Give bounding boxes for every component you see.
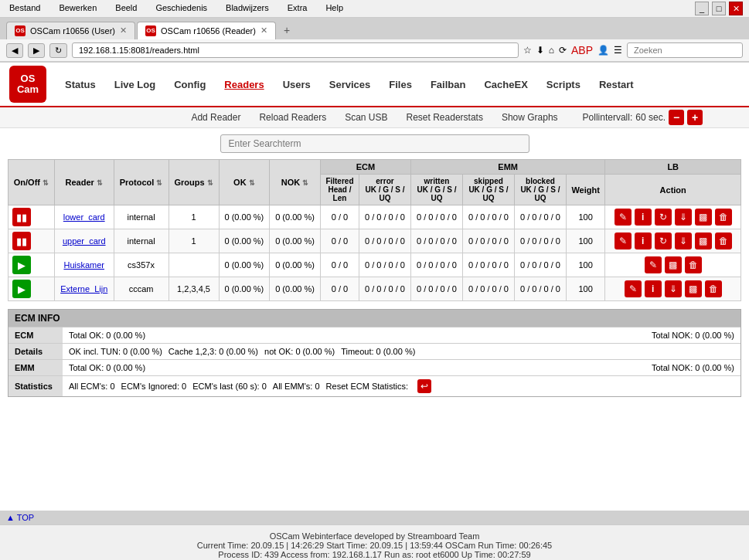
edit-button[interactable]: ✎ [615,232,632,249]
reader-weight: 100 [566,205,604,229]
bookmark-icon[interactable]: ☆ [523,45,532,56]
reset-ecm-stats-button[interactable]: ↩ [417,379,431,393]
details-timeout: Timeout: 0 (0.00 %) [341,347,415,356]
th-ok[interactable]: OK ⇅ [219,160,270,205]
subnav-reset-readerstats[interactable]: Reset Readerstats [402,110,488,124]
reader-name[interactable]: Externe_Lijn [54,277,114,301]
play-button[interactable]: ▶ [12,256,31,274]
delete-button[interactable]: 🗑 [715,232,732,249]
edit-button[interactable]: ✎ [625,280,642,297]
maximize-button[interactable]: □ [712,2,726,15]
back-button[interactable]: ◀ [6,43,23,58]
adblock-icon[interactable]: ABP [571,44,593,56]
stats-all-emm: All EMM's: 0 [273,382,320,391]
poll-value: 60 sec. [635,112,666,123]
runtime-value: 00:26:45 [519,541,552,550]
info-button[interactable]: i [645,280,662,297]
delete-button[interactable]: 🗑 [685,256,702,273]
th-onoff[interactable]: On/Off ⇅ [9,160,55,205]
reader-name[interactable]: upper_card [54,229,114,253]
nav-restart[interactable]: Restart [590,73,643,97]
th-filtered: FilteredHead /Len [320,175,359,205]
graph-button[interactable]: ▩ [665,256,682,273]
tab-reader[interactable]: OS OSCam r10656 (Reader) ✕ [137,22,276,39]
reader-name[interactable]: lower_card [54,205,114,229]
nav-config[interactable]: Config [165,73,215,97]
download-button[interactable]: ⇓ [675,209,692,226]
subnav-show-graphs[interactable]: Show Graphs [497,110,563,124]
nav-services[interactable]: Services [320,73,380,97]
nav-failban[interactable]: Failban [421,73,475,97]
info-button[interactable]: i [635,209,652,226]
menu-bestand[interactable]: Bestand [6,2,43,15]
download-button[interactable]: ⇓ [665,280,682,297]
top-link[interactable]: ▲ TOP [6,513,34,522]
nav-users[interactable]: Users [274,73,320,97]
details-row: Details OK incl. TUN: 0 (0.00 %) Cache 1… [9,343,740,359]
download-button[interactable]: ⇓ [675,232,692,249]
forward-button[interactable]: ▶ [28,43,45,58]
home-icon[interactable]: ⌂ [549,45,554,56]
menu-bladwijzers[interactable]: Bladwijzers [223,2,272,15]
search-term-input[interactable] [220,134,529,153]
access-ip-value: 192.168.1.17 [332,550,382,559]
user-icon[interactable]: 👤 [597,45,609,56]
nav-readers[interactable]: Readers [215,73,273,97]
edit-button[interactable]: ✎ [615,209,632,226]
menu-beeld[interactable]: Beeld [112,2,140,15]
search-input[interactable] [627,42,743,58]
reader-filtered: 0 / 0 [320,205,359,229]
poll-plus-button[interactable]: + [687,110,703,125]
download-nav-icon[interactable]: ⬇ [536,45,544,56]
menu-extra[interactable]: Extra [284,2,311,15]
reader-weight: 100 [566,277,604,301]
reader-weight: 100 [566,229,604,253]
info-button[interactable]: i [635,232,652,249]
details-cache: Cache 1,2,3: 0 (0.00 %) [169,347,258,356]
emm-content: Total OK: 0 (0.00 %) Total NOK: 0 (0.00 … [63,360,740,375]
table-row: ▮▮lower_cardinternal10 (0.00 %)0 (0.00 %… [9,205,741,229]
th-nok[interactable]: NOK ⇅ [270,160,321,205]
graph-button[interactable]: ▩ [695,232,712,249]
new-tab-button[interactable]: + [277,21,296,39]
poll-minus-button[interactable]: − [669,110,684,125]
stop-button[interactable]: ▮▮ [12,208,31,226]
nav-status[interactable]: Status [56,73,105,97]
reload-button[interactable]: ↻ [655,209,672,226]
stop-button[interactable]: ▮▮ [12,232,31,250]
sync-icon[interactable]: ⟳ [559,45,567,56]
subnav-scan-usb[interactable]: Scan USB [340,110,392,124]
edit-button[interactable]: ✎ [645,256,662,273]
minimize-button[interactable]: _ [695,2,709,15]
stats-row: Statistics All ECM's: 0 ECM's Ignored: 0… [9,375,740,396]
app-container: OS Cam Status Live Log Config Readers Us… [0,63,749,511]
delete-button[interactable]: 🗑 [705,280,722,297]
subnav-add-reader[interactable]: Add Reader [186,110,245,124]
reader-error: 0 / 0 / 0 / 0 [359,277,411,301]
th-protocol[interactable]: Protocol ⇅ [114,160,169,205]
th-reader[interactable]: Reader ⇅ [54,160,114,205]
nav-scripts[interactable]: Scripts [537,73,590,97]
emm-total-ok: Total OK: 0 (0.00 %) [69,363,145,372]
nav-cacheex[interactable]: CacheEX [475,73,536,97]
tab-reader-close[interactable]: ✕ [260,25,267,36]
close-button[interactable]: ✕ [729,2,743,15]
subnav-reload-readers[interactable]: Reload Readers [254,110,331,124]
menu-icon[interactable]: ☰ [614,45,622,56]
th-groups[interactable]: Groups ⇅ [169,160,219,205]
url-bar[interactable] [72,42,519,58]
nav-livelog[interactable]: Live Log [105,73,165,97]
menu-bewerken[interactable]: Bewerken [56,2,100,15]
graph-button[interactable]: ▩ [695,209,712,226]
tab-user[interactable]: OS OSCam r10656 (User) ✕ [6,22,135,39]
reload-button[interactable]: ↻ [655,232,672,249]
reader-name[interactable]: Huiskamer [54,253,114,277]
reload-browser-button[interactable]: ↻ [49,43,67,58]
delete-button[interactable]: 🗑 [715,209,732,226]
graph-button[interactable]: ▩ [685,280,702,297]
tab-user-close[interactable]: ✕ [120,25,127,36]
menu-help[interactable]: Help [322,2,346,15]
play-button[interactable]: ▶ [12,280,31,298]
menu-geschiedenis[interactable]: Geschiedenis [152,2,210,15]
nav-files[interactable]: Files [380,73,421,97]
